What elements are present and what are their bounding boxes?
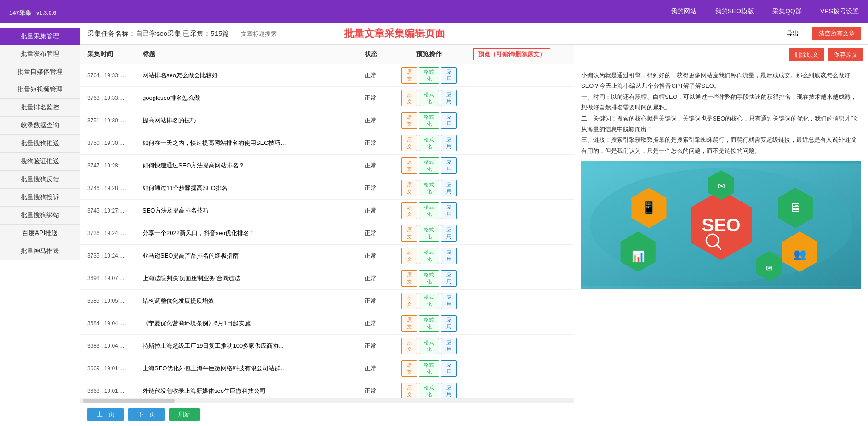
btn-orig[interactable]: 原文: [401, 202, 417, 219]
export-button[interactable]: 导出: [780, 27, 805, 40]
btn-orig[interactable]: 原文: [401, 360, 417, 377]
btn-apply[interactable]: 应用: [441, 135, 457, 151]
row-ops: 原文 格式化 应用: [401, 248, 457, 264]
save-orig-button[interactable]: 保存原文: [828, 48, 863, 61]
btn-apply[interactable]: 应用: [441, 383, 457, 398]
btn-format[interactable]: 格式化: [419, 270, 439, 287]
table-row[interactable]: 3751 . 19:30:... 提高网站排名的技巧 正常 原文 格式化 应用: [80, 109, 574, 132]
prev-page-button[interactable]: 上一页: [87, 408, 124, 421]
preview-header-btn[interactable]: 预览（可编辑/删除原文）: [473, 48, 551, 60]
sidebar-item-sogou-push[interactable]: 批量搜狗推送: [0, 135, 80, 153]
btn-orig[interactable]: 原文: [401, 135, 417, 151]
table-row[interactable]: 3736 . 19:24:... 分享一个2022新风口，抖音seo优化排名！ …: [80, 222, 574, 245]
nav-vps-setting[interactable]: VPS拨号设置: [820, 7, 859, 16]
btn-orig[interactable]: 原文: [401, 180, 417, 196]
row-time: 3669 . 19:01:...: [87, 365, 143, 372]
bottom-bar: 上一页 下一页 刷新: [80, 403, 574, 426]
row-ops: 原文 格式化 应用: [401, 270, 457, 287]
sidebar-item-publish[interactable]: 批量发布管理: [0, 45, 80, 63]
horizontal-scrollbar[interactable]: [80, 398, 574, 403]
btn-apply[interactable]: 应用: [441, 360, 457, 377]
row-time: 3747 . 19:28:...: [87, 162, 143, 169]
delete-orig-button[interactable]: 删除原文: [789, 48, 824, 61]
table-row[interactable]: 3747 . 19:28:... 如何快速通过SEO方法提高网站排名？ 正常 原…: [80, 155, 574, 177]
btn-format[interactable]: 格式化: [419, 67, 439, 84]
btn-orig[interactable]: 原文: [401, 248, 417, 264]
sidebar-item-index[interactable]: 收录数据查询: [0, 117, 80, 135]
row-title: 分享一个2022新风口，抖音seo优化排名！: [143, 229, 365, 237]
clear-all-button[interactable]: 清空所有文章: [812, 27, 861, 40]
btn-format[interactable]: 格式化: [419, 112, 439, 129]
table-row[interactable]: 3683 . 19:04:... 特斯拉上海超级工厂19日复工推动100多家供应…: [80, 335, 574, 357]
table-row[interactable]: 3669 . 19:01:... 上海SEO优化外包上海牛巨微网络科技有限公司站…: [80, 357, 574, 380]
sidebar-item-media[interactable]: 批量自媒体管理: [0, 63, 80, 81]
btn-apply[interactable]: 应用: [441, 315, 457, 332]
btn-orig[interactable]: 原文: [401, 338, 417, 354]
btn-orig[interactable]: 原文: [401, 90, 417, 106]
sidebar-item-video[interactable]: 批量短视频管理: [0, 81, 80, 99]
btn-format[interactable]: 格式化: [419, 135, 439, 151]
btn-apply[interactable]: 应用: [441, 180, 457, 196]
row-ops: 原文 格式化 应用: [401, 90, 457, 106]
row-ops: 原文 格式化 应用: [401, 360, 457, 377]
btn-apply[interactable]: 应用: [441, 90, 457, 106]
btn-apply[interactable]: 应用: [441, 157, 457, 174]
table-row[interactable]: 3685 . 19:05:... 结构调整优化发展提质增效 正常 原文 格式化 …: [80, 290, 574, 312]
sidebar-item-shenma[interactable]: 批量神马推送: [0, 242, 80, 260]
nav-my-site[interactable]: 我的网站: [671, 7, 697, 16]
btn-orig[interactable]: 原文: [401, 270, 417, 287]
row-status: 正常: [365, 94, 401, 102]
row-title: 《宁夏优化营商环境条例》6月1日起实施: [143, 319, 365, 328]
table-row[interactable]: 3746 . 19:28:... 如何通过11个步骤提高SEO排名 正常 原文 …: [80, 177, 574, 200]
nav-my-seo[interactable]: 我的SEO模版: [715, 7, 754, 16]
btn-format[interactable]: 格式化: [419, 338, 439, 354]
table-row[interactable]: 3735 . 19:24:... 亚马逊SEO提高产品排名的终极指南 正常 原文…: [80, 245, 574, 267]
sidebar-item-sogou-complaint[interactable]: 批量搜狗投诉: [0, 189, 80, 207]
content-header: 采集任务名称：自己学seo采集 已采集：515篇 批量文章采集编辑页面 导出 清…: [80, 23, 868, 45]
table-row[interactable]: 3684 . 19:04:... 《宁夏优化营商环境条例》6月1日起实施 正常 …: [80, 312, 574, 335]
btn-apply[interactable]: 应用: [441, 225, 457, 242]
btn-format[interactable]: 格式化: [419, 180, 439, 196]
sidebar-item-sogou-bind[interactable]: 批量搜狗绑站: [0, 207, 80, 225]
table-row[interactable]: 3668 . 19:01:... 外链代发包收录上海新媒体seo牛巨微科技公司 …: [80, 380, 574, 398]
table-row[interactable]: 3745 . 19:27:... SEO方法及提高排名技巧 正常 原文 格式化 …: [80, 200, 574, 222]
btn-format[interactable]: 格式化: [419, 293, 439, 309]
btn-orig[interactable]: 原文: [401, 157, 417, 174]
refresh-button[interactable]: 刷新: [169, 408, 200, 421]
row-status: 正常: [365, 207, 401, 215]
btn-orig[interactable]: 原文: [401, 293, 417, 309]
table-row[interactable]: 3750 . 19:30:... 如何在一天之内，快速提高网站排名的使用SEO技…: [80, 132, 574, 155]
btn-apply[interactable]: 应用: [441, 293, 457, 309]
sidebar-item-rank[interactable]: 批量排名监控: [0, 99, 80, 117]
btn-format[interactable]: 格式化: [419, 157, 439, 174]
btn-format[interactable]: 格式化: [419, 90, 439, 106]
btn-orig[interactable]: 原文: [401, 112, 417, 129]
btn-format[interactable]: 格式化: [419, 360, 439, 377]
btn-apply[interactable]: 应用: [441, 67, 457, 84]
btn-orig[interactable]: 原文: [401, 67, 417, 84]
table-row[interactable]: 3763 . 19:33:... googleseo排名怎么做 正常 原文 格式…: [80, 87, 574, 109]
btn-orig[interactable]: 原文: [401, 383, 417, 398]
sidebar-item-sogou-verify[interactable]: 搜狗验证推送: [0, 153, 80, 171]
btn-apply[interactable]: 应用: [441, 248, 457, 264]
table-row[interactable]: 3764 . 19:33:... 网站排名seo怎么做会比较好 正常 原文 格式…: [80, 64, 574, 87]
scrollbar-thumb[interactable]: [83, 399, 175, 403]
search-input[interactable]: [236, 28, 337, 40]
sidebar-item-baidu-api[interactable]: 百度API推送: [0, 225, 80, 242]
btn-format[interactable]: 格式化: [419, 315, 439, 332]
sidebar-item-sogou-feedback[interactable]: 批量搜狗反馈: [0, 171, 80, 189]
btn-apply[interactable]: 应用: [441, 338, 457, 354]
btn-apply[interactable]: 应用: [441, 270, 457, 287]
btn-format[interactable]: 格式化: [419, 225, 439, 242]
btn-format[interactable]: 格式化: [419, 202, 439, 219]
btn-orig[interactable]: 原文: [401, 315, 417, 332]
btn-apply[interactable]: 应用: [441, 202, 457, 219]
btn-format[interactable]: 格式化: [419, 383, 439, 398]
next-page-button[interactable]: 下一页: [128, 408, 165, 421]
nav-qq-group[interactable]: 采集QQ群: [772, 7, 802, 16]
sidebar-item-collect[interactable]: 批量采集管理: [0, 28, 80, 45]
btn-apply[interactable]: 应用: [441, 112, 457, 129]
btn-format[interactable]: 格式化: [419, 248, 439, 264]
table-row[interactable]: 3698 . 19:07:... 上海法院判决'负面压制业务'合同违法 正常 原…: [80, 267, 574, 290]
btn-orig[interactable]: 原文: [401, 225, 417, 242]
